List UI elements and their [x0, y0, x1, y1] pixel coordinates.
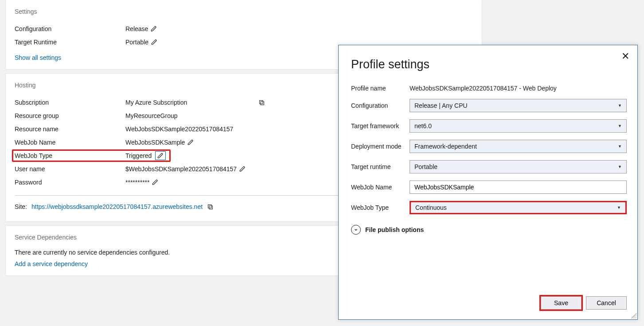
deployment-mode-label: Deployment mode [351, 143, 410, 150]
target-runtime-select[interactable]: Portable ▼ [410, 160, 627, 173]
pencil-icon[interactable] [152, 179, 158, 185]
target-framework-select[interactable]: net6.0 ▼ [410, 119, 627, 133]
save-button[interactable]: Save [541, 296, 582, 310]
user-name-value: $WebJobsSDKSample20220517084157 [125, 162, 237, 176]
webjob-type-label: WebJob Type [15, 149, 125, 162]
pencil-icon[interactable] [155, 151, 166, 160]
close-icon[interactable]: ✕ [621, 51, 629, 61]
dialog-title: Profile settings [351, 58, 627, 71]
target-runtime-label: Target Runtime [15, 35, 125, 49]
profile-settings-dialog: ✕ Profile settings Profile name WebJobsS… [338, 45, 638, 320]
deployment-mode-select-value: Framework-dependent [414, 143, 477, 150]
file-publish-options-toggle[interactable]: File publish options [351, 225, 627, 235]
site-label: Site: [15, 200, 27, 213]
dialog-webjob-type-label: WebJob Type [351, 204, 410, 211]
configuration-label: Configuration [15, 22, 125, 35]
copy-icon[interactable] [258, 99, 265, 106]
file-publish-label: File publish options [365, 226, 424, 233]
resource-name-label: Resource name [15, 122, 125, 136]
subscription-value: My Azure Subscription [125, 96, 254, 109]
webjob-name-input[interactable] [410, 181, 627, 194]
webjob-type-select-value: Continuous [415, 204, 447, 211]
chevron-down-icon: ▼ [617, 205, 621, 210]
pencil-icon[interactable] [239, 166, 246, 172]
dialog-webjob-name-row: WebJob Name [351, 181, 627, 194]
settings-configuration-row: Configuration Release [15, 22, 473, 35]
add-service-dependency-link[interactable]: Add a service dependency [15, 260, 88, 267]
svg-rect-3 [208, 204, 212, 208]
dialog-webjob-name-label: WebJob Name [351, 184, 410, 191]
webjob-name-value: WebJobsSDKSample [125, 136, 185, 149]
configuration-label: Configuration [351, 102, 410, 109]
deployment-mode-row: Deployment mode Framework-dependent ▼ [351, 140, 627, 153]
pencil-icon[interactable] [151, 26, 157, 32]
pencil-icon[interactable] [151, 39, 157, 45]
deployment-mode-select[interactable]: Framework-dependent ▼ [410, 140, 627, 153]
chevron-down-icon: ▼ [618, 124, 622, 128]
resource-name-value: WebJobsSDKSample20220517084157 [125, 122, 233, 136]
profile-name-row: Profile name WebJobsSDKSample20220517084… [351, 85, 627, 92]
webjob-name-label: WebJob Name [15, 136, 125, 149]
chevron-down-icon: ▼ [618, 103, 622, 108]
svg-rect-2 [209, 206, 213, 209]
configuration-select-value: Release | Any CPU [414, 102, 468, 109]
show-all-settings-link[interactable]: Show all settings [15, 54, 61, 61]
user-name-label: User name [15, 162, 125, 176]
target-runtime-row: Target runtime Portable ▼ [351, 160, 627, 173]
target-runtime-select-value: Portable [414, 163, 437, 170]
svg-rect-0 [261, 102, 264, 105]
dialog-buttons: Save Cancel [351, 296, 627, 310]
subscription-label: Subscription [15, 96, 125, 109]
pencil-icon[interactable] [187, 139, 194, 145]
resource-group-value: MyResourceGroup [125, 109, 178, 122]
dialog-webjob-type-row: WebJob Type Continuous ▼ [351, 201, 627, 214]
chevron-down-circle-icon [351, 225, 361, 235]
webjob-type-value: Triggered [125, 149, 152, 162]
profile-name-label: Profile name [351, 85, 410, 92]
target-framework-select-value: net6.0 [414, 122, 432, 130]
configuration-row: Configuration Release | Any CPU ▼ [351, 99, 627, 112]
configuration-value: Release [125, 22, 148, 35]
chevron-down-icon: ▼ [618, 165, 622, 169]
target-runtime-label: Target runtime [351, 163, 410, 170]
svg-rect-1 [260, 100, 263, 104]
copy-icon[interactable] [207, 204, 214, 210]
cancel-button[interactable]: Cancel [586, 296, 627, 310]
webjob-type-select[interactable]: Continuous ▼ [410, 201, 627, 214]
chevron-down-icon: ▼ [618, 144, 622, 149]
password-value: ********** [125, 176, 149, 189]
site-url-link[interactable]: https://webjobssdksample20220517084157.a… [31, 200, 203, 213]
password-label: Password [15, 176, 125, 189]
settings-title: Settings [15, 8, 473, 15]
target-framework-row: Target framework net6.0 ▼ [351, 119, 627, 133]
target-framework-label: Target framework [351, 122, 410, 130]
resize-grip-icon[interactable] [631, 313, 636, 318]
target-runtime-value: Portable [125, 35, 148, 49]
profile-name-value: WebJobsSDKSample20220517084157 - Web Dep… [410, 85, 627, 92]
configuration-select[interactable]: Release | Any CPU ▼ [410, 99, 627, 112]
resource-group-label: Resource group [15, 109, 125, 122]
